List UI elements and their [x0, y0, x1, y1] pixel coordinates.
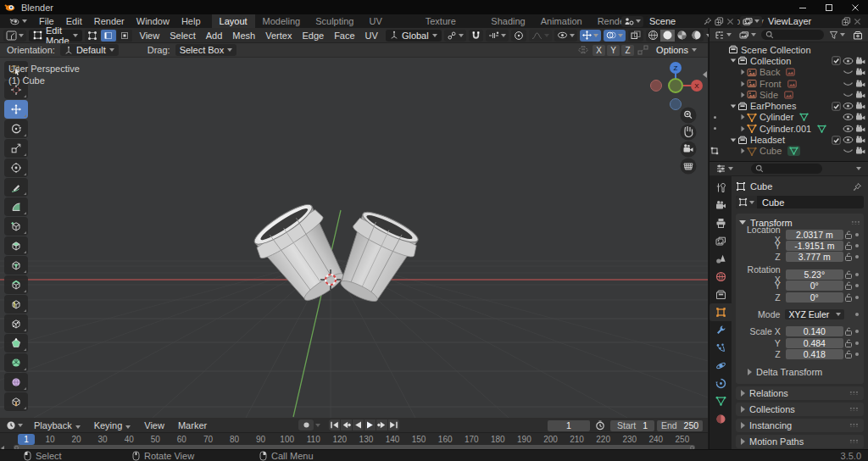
orthographic-toggle-button[interactable] [681, 158, 697, 175]
animate-dot[interactable] [854, 284, 860, 287]
timeline-menu-keying[interactable]: Keying [87, 419, 138, 432]
outliner-row-front[interactable]: Front [709, 78, 868, 89]
control-camera-icon[interactable] [855, 136, 866, 144]
remove-view-layer-icon[interactable] [854, 18, 861, 25]
shading-material-button[interactable] [675, 30, 689, 42]
orientation-setting-dropdown[interactable]: Default [60, 44, 119, 56]
pivot-point-button[interactable] [444, 30, 466, 42]
control-eye-icon[interactable] [843, 113, 854, 121]
mirror-x-button[interactable]: X [593, 45, 605, 56]
animate-dot[interactable] [854, 244, 860, 247]
outliner-row-scene-collection[interactable]: Scene Collection [709, 44, 868, 55]
outliner-row-side[interactable]: Side [709, 89, 868, 100]
properties-tab-particles[interactable] [709, 339, 732, 357]
viewport-menu-view[interactable]: View [135, 29, 165, 42]
timeline-menu-view[interactable]: View [137, 419, 171, 432]
gizmo-y-axis[interactable] [669, 79, 682, 92]
expander-icon[interactable] [738, 147, 747, 154]
object-name-field[interactable]: Cube [736, 196, 864, 208]
control-eye-icon[interactable] [843, 136, 854, 144]
pin-id-icon[interactable] [853, 182, 862, 192]
control-eye-icon[interactable] [843, 125, 854, 133]
earcup-right-object[interactable] [326, 205, 425, 310]
panel-instancing[interactable]: Instancing [736, 419, 864, 432]
animate-dot[interactable] [854, 255, 860, 258]
properties-options-dropdown[interactable] [856, 167, 861, 170]
properties-tab-constraints[interactable] [709, 375, 732, 392]
animate-dot[interactable] [854, 296, 860, 299]
properties-editor-type-button[interactable] [713, 163, 736, 175]
value-field[interactable]: 0.140 [786, 326, 843, 336]
viewport-menu-face[interactable]: Face [329, 29, 359, 42]
control-camera-icon[interactable] [855, 113, 866, 121]
tool-scale-button[interactable] [4, 139, 28, 158]
control-eye-closed-icon[interactable] [843, 68, 854, 76]
tool-smooth-button[interactable] [4, 373, 28, 392]
shading-wireframe-button[interactable] [646, 30, 660, 42]
sidebar-toggle-arrow[interactable] [703, 71, 707, 78]
properties-tab-output[interactable] [709, 214, 732, 232]
expander-icon[interactable] [738, 69, 747, 75]
outliner-editor-type-button[interactable] [712, 29, 734, 41]
delta-transform-header[interactable]: Delta Transform [739, 366, 860, 379]
value-field[interactable]: 0.484 [786, 338, 843, 348]
viewport-menu-vertex[interactable]: Vertex [260, 29, 297, 42]
show-overlays-button[interactable] [604, 30, 626, 42]
control-checkbox-icon[interactable] [832, 136, 841, 145]
outliner-row-back[interactable]: Back [709, 67, 868, 78]
snap-with-button[interactable] [486, 30, 509, 42]
expander-icon[interactable] [738, 81, 747, 87]
keying-set-dropdown[interactable] [315, 424, 320, 427]
tool-loop-cut-button[interactable] [4, 295, 28, 314]
frame-end-field[interactable]: End250 [657, 420, 703, 431]
camera-view-button[interactable] [681, 142, 697, 158]
lock-icon[interactable] [843, 269, 854, 280]
playhead[interactable]: 1 [18, 434, 35, 445]
value-field[interactable]: 3.777 m [786, 252, 843, 262]
tool-move-button[interactable] [4, 100, 28, 119]
tool-transform-button[interactable] [4, 158, 28, 177]
animate-dot[interactable] [854, 313, 860, 316]
mirror-y-button[interactable]: Y [607, 45, 620, 56]
lock-icon[interactable] [843, 230, 854, 240]
select-mode-edge-button[interactable] [101, 30, 116, 42]
control-checkbox-icon[interactable] [832, 56, 841, 65]
outliner-row-headset[interactable]: Headset [709, 134, 868, 145]
workspace-tab-layout[interactable]: Layout [212, 14, 255, 28]
expander-icon[interactable] [738, 125, 747, 132]
xray-toggle-button[interactable] [628, 30, 643, 42]
app-menu-button[interactable] [3, 14, 33, 28]
animate-dot[interactable] [854, 330, 860, 333]
object-type-visibility-button[interactable] [554, 30, 577, 42]
tool-add-cube-button[interactable] [4, 217, 28, 236]
panel-relations[interactable]: Relations [736, 386, 864, 400]
scene-selector[interactable]: Scene [646, 16, 737, 27]
object-id-icon[interactable] [736, 196, 757, 208]
maximize-button[interactable] [815, 0, 842, 14]
previous-keyframe-button[interactable] [341, 419, 352, 430]
proportional-editing-button[interactable] [511, 30, 526, 42]
close-button[interactable] [842, 0, 868, 14]
animate-dot[interactable] [854, 342, 860, 345]
workspace-tab-modeling[interactable]: Modeling [255, 14, 309, 28]
properties-tab-object[interactable] [709, 303, 732, 321]
lock-icon[interactable] [843, 338, 854, 348]
menu-window[interactable]: Window [131, 14, 175, 28]
3d-viewport[interactable]: User Perspective (1) Cube Z X [0, 58, 708, 418]
minimize-button[interactable] [789, 0, 815, 14]
properties-tab-collection[interactable] [709, 286, 732, 303]
select-mode-vertex-button[interactable] [85, 30, 100, 42]
tool-rotate-button[interactable] [4, 119, 28, 138]
lock-icon[interactable] [843, 292, 854, 303]
control-camera-icon[interactable] [855, 57, 866, 65]
viewport-menu-select[interactable]: Select [164, 29, 201, 42]
properties-tab-modifiers[interactable] [709, 321, 732, 339]
tool-inset-faces-button[interactable] [4, 256, 28, 275]
workspace-tab-sculpting[interactable]: Sculpting [308, 14, 361, 28]
control-checkbox-icon[interactable] [832, 102, 841, 111]
gizmo-x-neg-axis[interactable] [651, 81, 662, 92]
tool-annotate-button[interactable] [4, 178, 28, 197]
value-field[interactable]: 5.23° [786, 269, 843, 280]
lock-icon[interactable] [843, 326, 854, 336]
timeline-ruler[interactable]: 1020304050607080901001101201301401501601… [0, 433, 708, 449]
